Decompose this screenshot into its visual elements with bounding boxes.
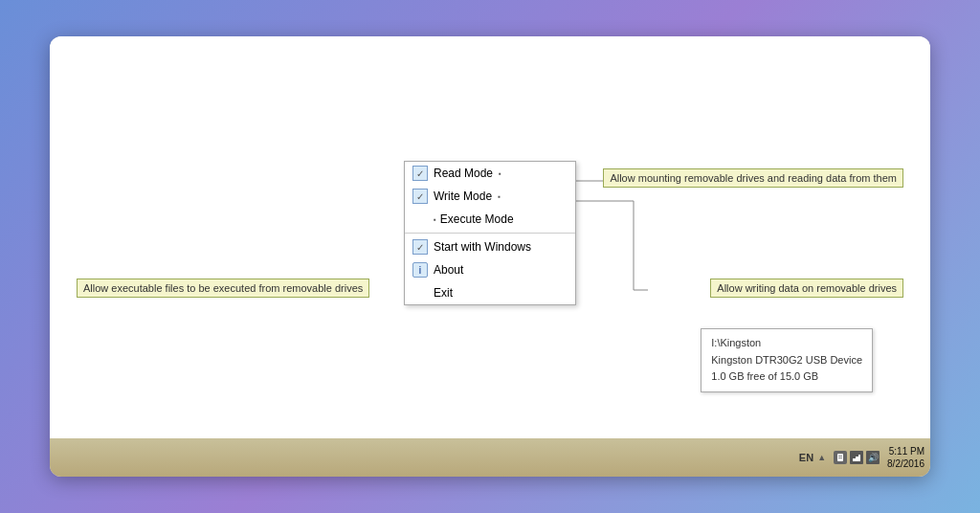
exit-empty: [412, 285, 428, 301]
svg-rect-10: [838, 457, 842, 458]
taskbar-icon-network: [850, 451, 863, 464]
menu-item-write-mode[interactable]: ✓ Write Mode ▪: [405, 185, 575, 208]
read-mode-label: Read Mode: [434, 167, 493, 180]
menu-item-about[interactable]: i About: [405, 258, 575, 281]
menu-item-exit[interactable]: Exit: [405, 281, 575, 304]
taskbar: EN ▲ 🔊 5:11 PM 8/2/2016: [50, 438, 930, 477]
window-content: Allow mounting removable drives and read…: [50, 36, 930, 438]
taskbar-time: 5:11 PM: [889, 445, 924, 457]
about-label: About: [434, 263, 463, 277]
menu-item-start-windows[interactable]: ✓ Start with Windows: [405, 235, 575, 258]
menu-item-read-mode[interactable]: ✓ Read Mode ▪: [405, 162, 575, 185]
menu-separator-1: [405, 233, 575, 234]
start-windows-label: Start with Windows: [434, 240, 531, 254]
usb-drive: I:\Kingston: [711, 335, 862, 352]
start-windows-checkbox[interactable]: ✓: [412, 239, 428, 255]
exit-label: Exit: [434, 286, 453, 300]
write-mode-label: Write Mode: [434, 190, 492, 203]
taskbar-icon-usb: [834, 451, 847, 464]
write-mode-checkbox[interactable]: ✓: [412, 189, 428, 204]
context-menu: ✓ Read Mode ▪ ✓ Write Mode ▪ ▪ Execute M…: [404, 161, 576, 305]
main-window: Allow mounting removable drives and read…: [50, 36, 930, 477]
svg-rect-12: [856, 457, 858, 461]
usb-tooltip: I:\Kingston Kingston DTR30G2 USB Device …: [701, 328, 873, 392]
execute-mode-empty: [412, 212, 428, 227]
menu-item-execute-mode[interactable]: ▪ Execute Mode: [405, 208, 575, 231]
taskbar-icon-volume: 🔊: [866, 451, 880, 464]
taskbar-arrow: ▲: [817, 453, 826, 462]
taskbar-right: EN ▲ 🔊 5:11 PM 8/2/2016: [799, 445, 924, 470]
execute-mode-tooltip: Allow executable files to be executed fr…: [77, 279, 369, 298]
about-icon: i: [412, 262, 428, 278]
write-mode-tooltip: Allow writing data on removable drives: [710, 279, 903, 298]
read-mode-checkbox[interactable]: ✓: [412, 166, 428, 181]
svg-rect-13: [858, 455, 860, 461]
svg-rect-9: [838, 456, 842, 457]
taskbar-language: EN: [799, 452, 813, 463]
taskbar-clock: 5:11 PM 8/2/2016: [887, 445, 924, 470]
usb-space: 1.0 GB free of 15.0 GB: [711, 368, 862, 386]
read-mode-tooltip: Allow mounting removable drives and read…: [603, 168, 903, 188]
svg-rect-11: [853, 458, 856, 461]
taskbar-date: 8/2/2016: [887, 457, 924, 470]
usb-device: Kingston DTR30G2 USB Device: [711, 352, 862, 369]
taskbar-icons: 🔊: [830, 451, 883, 464]
execute-mode-label: Execute Mode: [440, 212, 514, 226]
